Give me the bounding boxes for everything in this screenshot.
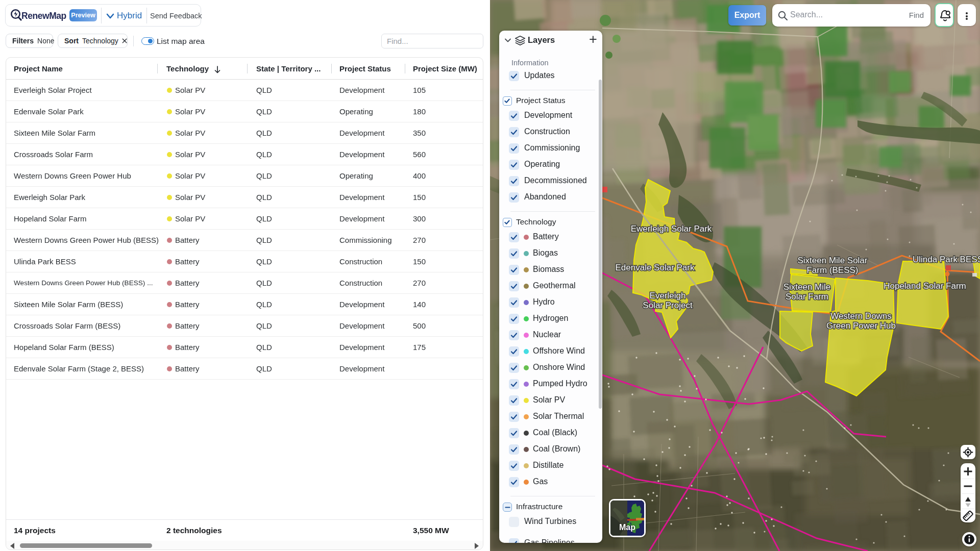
- svg-text:Western Downs: Western Downs: [830, 311, 892, 321]
- svg-text:Solar Farm: Solar Farm: [786, 292, 828, 302]
- svg-text:Farm (BESS): Farm (BESS): [806, 265, 858, 275]
- svg-text:Hopeland Solar Farm: Hopeland Solar Farm: [884, 281, 966, 291]
- svg-text:Ewerleigh Solar Park: Ewerleigh Solar Park: [631, 224, 712, 234]
- svg-text:Green Power Hub: Green Power Hub: [826, 321, 896, 331]
- svg-text:Solar Project: Solar Project: [643, 300, 693, 310]
- svg-text:Ulinda Park BESS: Ulinda Park BESS: [913, 255, 980, 264]
- svg-text:Edenvale Solar Park: Edenvale Solar Park: [616, 263, 695, 272]
- svg-text:Everleigh: Everleigh: [650, 291, 686, 300]
- svg-text:Sixteen Mile Solar: Sixteen Mile Solar: [797, 256, 867, 265]
- svg-text:Sixteen Mile: Sixteen Mile: [783, 282, 831, 292]
